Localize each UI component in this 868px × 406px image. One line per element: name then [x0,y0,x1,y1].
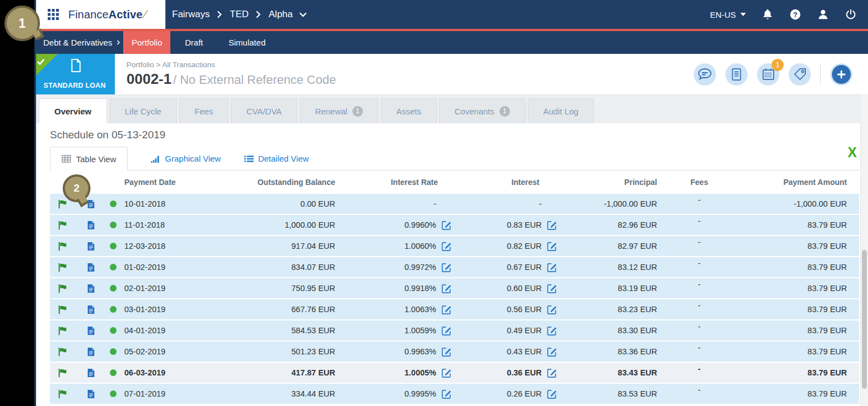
flag-icon[interactable] [58,199,67,209]
edit-icon[interactable] [441,325,452,336]
table-row[interactable]: 04-01-2019 584.53 EUR 1.0059% 0.49 EUR 8… [50,320,859,342]
help-icon[interactable]: ? [789,8,801,21]
documents-button[interactable] [725,63,748,86]
column-header-payment-date[interactable]: Payment Date [119,178,198,187]
export-excel-icon[interactable]: X [847,146,857,159]
module-subnav: Debt & Derivatives Portfolio Draft Simul… [34,31,868,54]
table-row[interactable]: 06-03-2019 417.87 EUR 1.0005% 0.36 EUR 8… [50,363,859,384]
column-header-fees[interactable]: Fees [660,178,738,187]
edit-icon[interactable] [547,241,557,252]
table-row[interactable]: 12-03-2018 917.04 EUR 1.0060% 0.82 EUR 8… [50,236,859,257]
flag-icon[interactable] [58,326,67,335]
notifications-bell-icon[interactable] [761,8,774,21]
payment-amount-cell: 83.79 EUR [738,389,859,398]
user-icon[interactable] [817,8,829,21]
table-row[interactable]: 03-01-2019 667.76 EUR 1.0063% 0.56 EUR 8… [50,299,859,320]
interest-rate-cell: 0.9960% [339,220,455,230]
flag-icon[interactable] [58,284,67,293]
tab-assets[interactable]: Assets [381,98,437,123]
tab-overview[interactable]: Overview [39,98,107,123]
edit-icon[interactable] [441,368,452,378]
tab-renewal[interactable]: Renewal1 [300,98,379,123]
flag-icon[interactable] [58,389,67,399]
table-row[interactable]: 11-01-2018 1,000.00 EUR 0.9960% 0.83 EUR… [50,215,859,236]
edit-icon[interactable] [441,304,452,315]
flag-icon[interactable] [58,305,67,314]
edit-icon[interactable] [547,304,557,315]
transaction-document-icon[interactable] [87,284,95,293]
module-menu-debt-derivatives[interactable]: Debt & Derivatives [43,38,120,47]
tab-fees[interactable]: Fees [179,98,229,123]
calendar-button[interactable]: 1 [757,63,779,86]
fees-cell: - [660,220,738,229]
brand-area[interactable]: FinanceActive/ [34,0,165,29]
scrollbar-thumb[interactable] [862,250,867,389]
tags-button[interactable] [789,63,811,86]
tab-covenants[interactable]: Covenants1 [439,98,526,123]
interest-cell: - [455,199,561,209]
subnav-tab-draft[interactable]: Draft [174,31,214,54]
transaction-document-icon[interactable] [87,305,95,314]
column-header-principal[interactable]: Principal [561,178,660,187]
edit-icon[interactable] [441,347,452,357]
transaction-document-icon[interactable] [87,326,95,335]
transaction-document-icon[interactable] [87,242,95,251]
tab-count-badge: 1 [499,106,510,117]
edit-icon[interactable] [547,262,557,273]
transaction-document-icon[interactable] [87,347,95,357]
chevron-down-icon[interactable] [299,12,307,17]
transaction-document-icon[interactable] [87,368,95,378]
logout-power-icon[interactable] [845,8,857,21]
breadcrumb-item-fairways[interactable]: Fairways [172,9,210,20]
edit-icon[interactable] [547,325,557,336]
edit-icon[interactable] [547,283,557,294]
add-button[interactable] [830,63,852,86]
outstanding-balance-cell: 917.04 EUR [198,242,339,250]
transaction-document-icon[interactable] [87,220,95,230]
subnav-tab-portfolio[interactable]: Portfolio [123,31,170,54]
payment-date-cell: 06-03-2019 [119,368,198,377]
tab-audit-log[interactable]: Audit Log [528,98,594,123]
tab-cva-dva[interactable]: CVA/DVA [231,98,297,123]
column-header-outstanding-balance[interactable]: Outstanding Balance [198,178,339,187]
tab-life-cycle[interactable]: Life Cycle [109,98,177,123]
transaction-document-icon[interactable] [87,199,95,209]
table-row[interactable]: 02-01-2019 750.95 EUR 0.9918% 0.60 EUR 8… [50,278,859,299]
locale-selector[interactable]: EN-US [710,10,746,19]
column-header-interest[interactable]: Interest [455,178,561,187]
flag-icon[interactable] [58,368,67,378]
column-header-payment-amount[interactable]: Payment Amount [738,178,859,187]
edit-icon[interactable] [547,347,557,357]
app-grid-icon[interactable] [47,8,60,21]
transaction-document-icon[interactable] [87,389,95,399]
edit-icon[interactable] [441,241,452,252]
view-tab-table[interactable]: Table View [50,147,128,171]
flag-icon[interactable] [58,263,67,272]
context-breadcrumb: Fairways TED Alpha [172,0,307,29]
flag-icon[interactable] [58,347,67,357]
edit-icon[interactable] [441,389,452,399]
breadcrumb-item-ted[interactable]: TED [230,9,249,20]
edit-icon[interactable] [441,262,452,273]
column-header-interest-rate[interactable]: Interest Rate [339,178,455,187]
view-link-graphical[interactable]: Graphical View [151,154,221,163]
edit-icon[interactable] [441,220,452,230]
deal-subtitle: / No External Reference Code [173,73,336,87]
comments-button[interactable] [694,63,716,86]
flag-icon[interactable] [58,220,67,230]
edit-icon[interactable] [547,220,557,230]
vertical-scrollbar[interactable] [860,94,868,406]
table-row[interactable]: 10-01-2018 0.00 EUR - - -1,000.00 EUR - … [50,194,859,215]
flag-icon[interactable] [58,242,67,251]
table-row[interactable]: 05-02-2019 501.23 EUR 0.9963% 0.43 EUR 8… [50,342,859,363]
edit-icon[interactable] [547,389,557,399]
edit-icon[interactable] [441,283,452,294]
transaction-document-icon[interactable] [87,263,95,272]
table-row[interactable]: 07-01-2019 334.44 EUR 0.9995% 0.26 EUR 8… [50,384,859,405]
breadcrumb-item-alpha[interactable]: Alpha [269,9,292,20]
view-link-detailed[interactable]: Detailed View [244,154,309,163]
payment-date-cell: 02-01-2019 [119,284,198,293]
edit-icon[interactable] [547,368,557,378]
subnav-tab-simulated[interactable]: Simulated [218,31,277,54]
table-row[interactable]: 01-02-2019 834.07 EUR 0.9972% 0.67 EUR 8… [50,257,859,278]
